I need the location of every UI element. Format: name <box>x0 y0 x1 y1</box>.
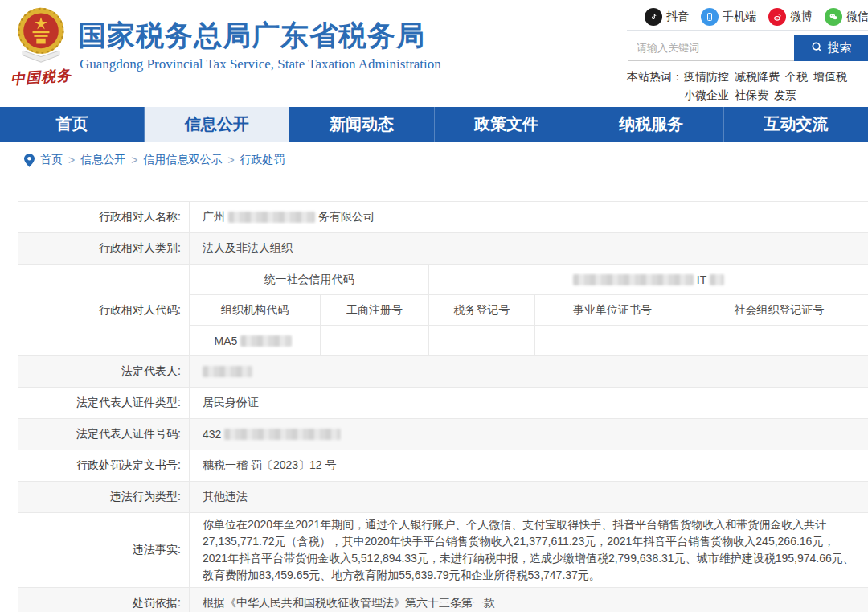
redacted-text <box>224 429 341 440</box>
hotword-link[interactable]: 疫情防控 <box>684 68 729 86</box>
row-value: 其他违法 <box>190 482 868 512</box>
table-row-violation-type: 违法行为类型: 其他违法 <box>18 482 868 513</box>
site-subtitle: Guangdong Provincial Tax Service, State … <box>80 56 441 72</box>
social-item-wechat[interactable]: 微信 <box>825 8 868 26</box>
social-org-cert-no-value <box>690 326 868 355</box>
uscc-header: 统一社会信用代码 <box>190 265 429 294</box>
table-row-name: 行政相对人名称: 广州务有限公司 <box>18 202 868 233</box>
hotword-link[interactable]: 发票 <box>774 86 796 105</box>
weibo-icon <box>768 8 786 26</box>
social-item-mobile[interactable]: 手机端 <box>701 8 756 26</box>
row-value: 432 <box>190 419 868 450</box>
table-row-legal-rep: 法定代表人: <box>18 356 868 388</box>
table-row-penalty-basis: 处罚依据: 根据《中华人民共和国税收征收管理法》第六十三条第一款 <box>18 588 868 612</box>
row-value: 居民身份证 <box>190 388 868 418</box>
hotword-link[interactable]: 个税 <box>785 68 808 86</box>
codes-subtable: 统一社会信用代码 IT 组织机构代码 工商注册号 税务登记号 事业单位证书号 社… <box>190 265 868 355</box>
redacted-text <box>573 274 694 285</box>
org-code-value: MA5 <box>190 326 321 355</box>
breadcrumb-credit-disclosure[interactable]: 信用信息双公示 <box>143 153 222 167</box>
uscc-visible-text: IT <box>697 273 706 286</box>
redacted-text <box>228 212 315 223</box>
company-name-suffix: 务有限公司 <box>318 210 375 224</box>
code-col-header: 事业单位证书号 <box>535 295 690 325</box>
row-value: 广州务有限公司 <box>190 202 868 232</box>
row-label: 法定代表人证件号码: <box>18 419 190 450</box>
business-reg-no-value <box>321 326 429 355</box>
breadcrumb-current-page: 行政处罚 <box>240 153 285 167</box>
nav-item-news[interactable]: 新闻动态 <box>289 107 434 142</box>
social-label: 手机端 <box>723 10 756 24</box>
breadcrumb-separator: > <box>68 154 75 166</box>
row-label: 处罚依据: <box>18 588 190 612</box>
uscc-value: IT <box>429 265 868 294</box>
breadcrumb-separator: > <box>227 154 234 166</box>
table-row-id-type: 法定代表人证件类型: 居民身份证 <box>18 388 868 419</box>
row-value <box>190 356 868 387</box>
code-col-header: 组织机构代码 <box>190 295 321 325</box>
redacted-text <box>203 366 252 377</box>
code-col-header: 税务登记号 <box>429 295 535 325</box>
code-col-header: 社会组织登记证号 <box>690 295 868 325</box>
hotword-link[interactable]: 减税降费 <box>735 68 780 86</box>
nav-item-interaction[interactable]: 互动交流 <box>724 107 868 142</box>
tax-reg-no-value <box>429 326 535 355</box>
row-value: 根据《中华人民共和国税收征收管理法》第六十三条第一款 <box>190 588 868 612</box>
row-label: 行政处罚决定文书号: <box>18 450 190 481</box>
row-label: 行政相对人名称: <box>18 202 190 232</box>
search-bar: 搜索 <box>628 35 868 61</box>
social-links: 抖音 手机端 微博 <box>645 6 868 27</box>
institution-cert-no-value <box>535 326 690 355</box>
douyin-icon <box>645 8 662 26</box>
hotword-link[interactable]: 增值税 <box>813 68 847 86</box>
redacted-text <box>240 335 292 347</box>
code-value-row: MA5 <box>190 326 868 355</box>
site-title-block: 国家税务总局广东省税务局 Guangdong Provincial Tax Se… <box>78 19 441 72</box>
table-row-category: 行政相对人类别: 法人及非法人组织 <box>18 233 868 265</box>
site-title: 国家税务总局广东省税务局 <box>78 19 441 51</box>
social-label: 抖音 <box>666 10 689 24</box>
social-item-weibo[interactable]: 微博 <box>768 8 813 26</box>
search-icon <box>811 41 823 55</box>
social-label: 微信 <box>846 10 868 24</box>
site-header: 中国税务 国家税务总局广东省税务局 Guangdong Provincial T… <box>0 0 868 106</box>
location-pin-icon <box>24 154 35 167</box>
nav-item-tax-service[interactable]: 纳税服务 <box>579 107 724 142</box>
main-nav: 首页 信息公开 新闻动态 政策文件 纳税服务 互动交流 <box>0 107 868 142</box>
row-value: 穗税一稽 罚〔2023〕12 号 <box>190 450 868 481</box>
code-col-header: 工商注册号 <box>321 295 429 325</box>
org-code-visible-text: MA5 <box>215 335 238 347</box>
search-button[interactable]: 搜索 <box>794 35 868 61</box>
penalty-detail-table: 行政相对人名称: 广州务有限公司 行政相对人类别: 法人及非法人组织 行政相对人… <box>18 201 868 612</box>
hotwords: 本站热词： 疫情防控减税降费个税增值税小微企业社保费发票 <box>627 68 868 105</box>
hotwords-label: 本站热词： <box>627 68 683 86</box>
breadcrumb-home[interactable]: 首页 <box>40 153 63 167</box>
id-no-visible-text: 432 <box>203 428 221 441</box>
site-logo: 中国税务 <box>6 5 76 103</box>
row-label: 法定代表人: <box>18 356 190 387</box>
code-header-row: 组织机构代码 工商注册号 税务登记号 事业单位证书号 社会组织登记证号 <box>190 295 868 326</box>
nav-item-home[interactable]: 首页 <box>0 107 145 142</box>
breadcrumb-separator: > <box>131 154 137 166</box>
header-divider <box>627 30 868 31</box>
hotword-link[interactable]: 小微企业 <box>684 86 729 105</box>
mobile-icon <box>701 8 719 26</box>
search-input[interactable] <box>628 35 794 61</box>
breadcrumb: 首页 > 信息公开 > 信用信息双公示 > 行政处罚 <box>0 142 868 179</box>
social-item-douyin[interactable]: 抖音 <box>645 8 689 26</box>
wechat-icon <box>825 8 842 26</box>
social-label: 微博 <box>790 10 813 24</box>
logo-caption: 中国税务 <box>6 65 76 89</box>
company-name-prefix: 广州 <box>203 210 225 224</box>
row-label: 违法事实: <box>18 513 190 587</box>
row-label: 法定代表人证件类型: <box>18 388 190 418</box>
nav-item-policy[interactable]: 政策文件 <box>435 107 579 142</box>
nav-item-info-disclosure[interactable]: 信息公开 <box>145 107 289 142</box>
search-button-label: 搜索 <box>828 40 852 55</box>
breadcrumb-info-disclosure[interactable]: 信息公开 <box>80 153 125 167</box>
row-value: 法人及非法人组织 <box>190 233 868 264</box>
hotword-link[interactable]: 社保费 <box>735 86 768 105</box>
row-label: 违法行为类型: <box>18 482 190 512</box>
row-label: 行政相对人类别: <box>18 233 190 264</box>
table-row-violation-facts: 违法事实: 你单位在2020年至2021年期间，通过个人银行账户、个人微信、支付… <box>18 513 868 588</box>
